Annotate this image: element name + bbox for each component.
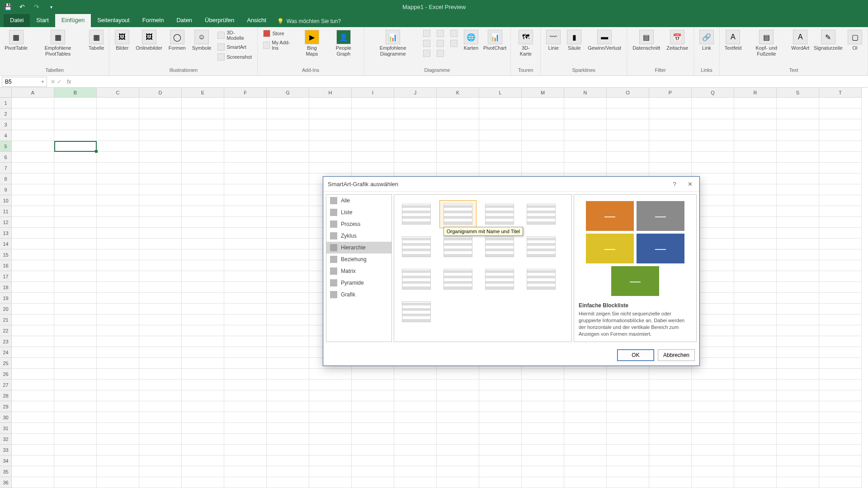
category-hierarchie[interactable]: Hierarchie [326, 242, 392, 253]
category-matrix[interactable]: Matrix [326, 265, 392, 277]
layout-option-5[interactable] [398, 233, 435, 261]
preview-title: Einfache Blockliste [579, 302, 692, 309]
dialog-title-text: SmartArt-Grafik auswählen [328, 181, 398, 188]
category-label: Alle [341, 197, 350, 204]
category-alle[interactable]: Alle [326, 195, 392, 206]
ok-button[interactable]: OK [617, 349, 654, 361]
category-liste[interactable]: Liste [326, 206, 392, 218]
category-icon [330, 244, 337, 251]
preview-panel: ————— Einfache Blockliste Hiermit zeigen… [574, 194, 697, 342]
category-label: Liste [341, 209, 352, 216]
category-label: Grafik [341, 291, 355, 298]
layout-option-2[interactable]: Organigramm mit Name und Titel [439, 200, 476, 228]
layout-option-1[interactable] [398, 200, 435, 228]
category-label: Pyramide [341, 280, 364, 286]
layout-panel: Organigramm mit Name und Titel [394, 194, 572, 342]
layout-option-3[interactable] [481, 200, 518, 228]
layout-option-13[interactable] [398, 298, 435, 326]
category-zyklus[interactable]: Zyklus [326, 230, 392, 242]
dialog-help-button[interactable]: ? [670, 179, 679, 189]
category-label: Beziehung [341, 256, 367, 263]
layout-tooltip: Organigramm mit Name und Titel [443, 227, 523, 236]
category-icon [330, 232, 337, 239]
layout-option-9[interactable] [398, 265, 435, 293]
layout-option-6[interactable] [439, 233, 476, 261]
cancel-button[interactable]: Abbrechen [658, 349, 695, 361]
preview-block: — [586, 201, 634, 231]
category-icon [330, 291, 337, 298]
category-beziehung[interactable]: Beziehung [326, 253, 392, 265]
preview-block: — [611, 266, 659, 296]
category-icon [330, 256, 337, 263]
layout-option-12[interactable] [523, 265, 560, 293]
category-label: Zyklus [341, 233, 357, 239]
layout-option-10[interactable] [439, 265, 476, 293]
layout-option-7[interactable] [481, 233, 518, 261]
category-label: Hierarchie [341, 244, 366, 251]
category-icon [330, 267, 337, 275]
layout-option-11[interactable] [481, 265, 518, 293]
category-icon [330, 209, 337, 216]
category-icon [330, 279, 337, 286]
category-grafik[interactable]: Grafik [326, 289, 392, 300]
category-panel: AlleListeProzessZyklusHierarchieBeziehun… [326, 194, 392, 342]
layout-option-4[interactable] [523, 200, 560, 228]
preview-block: — [637, 201, 684, 231]
preview-description: Hiermit zeigen Sie nicht sequenzielle od… [579, 310, 692, 337]
layout-option-8[interactable] [523, 233, 560, 261]
category-icon [330, 221, 337, 228]
preview-block: — [586, 234, 634, 263]
category-pyramide[interactable]: Pyramide [326, 277, 392, 289]
category-label: Prozess [341, 221, 360, 227]
category-prozess[interactable]: Prozess [326, 218, 392, 230]
category-icon [330, 197, 337, 204]
preview-graphic: ————— [579, 199, 692, 302]
dialog-title-bar: SmartArt-Grafik auswählen ? ✕ [323, 177, 699, 191]
dialog-close-button[interactable]: ✕ [685, 179, 695, 189]
dialog-overlay: SmartArt-Grafik auswählen ? ✕ AlleListeP… [0, 0, 868, 488]
preview-block: — [637, 234, 684, 263]
category-label: Matrix [341, 268, 356, 274]
smartart-dialog: SmartArt-Grafik auswählen ? ✕ AlleListeP… [323, 176, 700, 366]
